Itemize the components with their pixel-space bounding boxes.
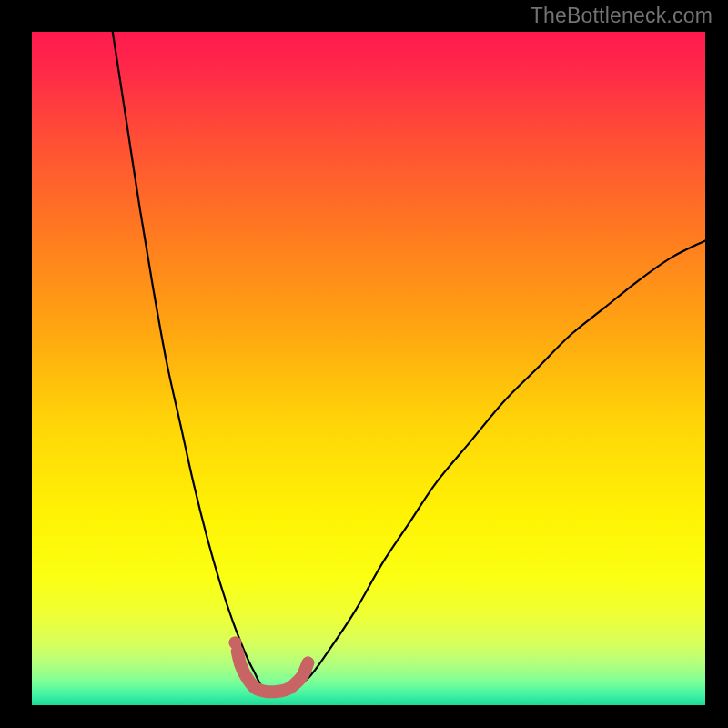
plot-background [32,32,705,705]
watermark-text: TheBottleneck.com [531,4,713,28]
trough-start-dot [228,636,241,649]
bottleneck-chart [0,0,728,728]
